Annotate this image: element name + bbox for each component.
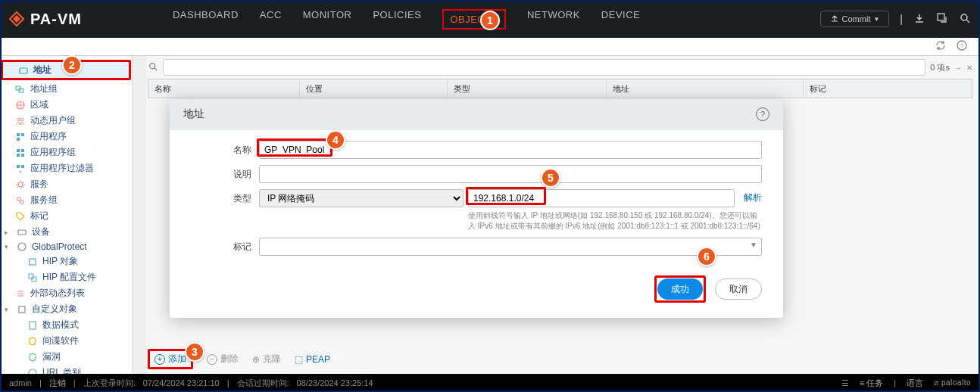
- ip-input[interactable]: [468, 189, 735, 207]
- modal-footer: 成功 取消: [170, 265, 783, 304]
- filter-icon: [15, 163, 26, 174]
- data-pattern-icon: [27, 320, 38, 331]
- app-group-icon: [15, 148, 26, 158]
- minus-icon: −: [207, 354, 217, 365]
- svg-rect-16: [21, 154, 24, 157]
- nav-policies[interactable]: POLICIES: [373, 9, 421, 30]
- sidebar-item-device[interactable]: ▸设备: [0, 224, 132, 240]
- badge-1: 1: [480, 11, 500, 30]
- commit-label: Commit: [842, 14, 871, 23]
- badge-4: 4: [326, 130, 345, 150]
- col-address[interactable]: 地址: [607, 79, 804, 98]
- nav-device[interactable]: DEVICE: [601, 9, 640, 30]
- svg-rect-10: [17, 133, 20, 136]
- export-icon[interactable]: [936, 12, 948, 26]
- sidebar-item-tag[interactable]: 标记: [0, 208, 132, 224]
- svg-rect-15: [17, 154, 20, 157]
- list-icon: [15, 288, 26, 299]
- bottom-actions: +添加 −删除 ⊕克隆 ⬚PEAP: [148, 349, 330, 369]
- chevron-down-icon-tag[interactable]: ▼: [750, 241, 757, 249]
- sidebar-address-label: 地址: [33, 64, 51, 76]
- svg-point-21: [20, 200, 24, 204]
- download-icon[interactable]: [913, 12, 925, 26]
- sidebar-item-dyn-user-group[interactable]: 动态用户组: [0, 113, 132, 129]
- sidebar-item-data-pattern[interactable]: 数据模式: [0, 317, 132, 333]
- peap-button[interactable]: ⬚PEAP: [295, 354, 330, 365]
- ok-button[interactable]: 成功: [657, 278, 703, 300]
- sidebar-item-hip-object[interactable]: HIP 对象: [0, 254, 132, 269]
- cancel-button[interactable]: 取消: [715, 278, 762, 300]
- chevron-icon: ▸: [5, 229, 12, 236]
- search-icon[interactable]: [959, 12, 971, 26]
- logout-link[interactable]: 注销: [49, 378, 66, 389]
- sidebar-item-address-group[interactable]: 地址组: [0, 81, 132, 97]
- scrollbar[interactable]: [133, 56, 146, 374]
- sidebar-item-custom-object[interactable]: ▾自定义对象: [0, 301, 132, 317]
- globe-icon: [15, 100, 26, 110]
- paloalto-logo: ⧄ paloalto: [934, 378, 971, 387]
- svg-point-23: [18, 243, 26, 250]
- clone-button[interactable]: ⊕克隆: [252, 353, 281, 366]
- sidebar-item-globalprotect[interactable]: ▾GlobalProtect: [0, 240, 132, 254]
- svg-rect-28: [30, 322, 36, 329]
- badge-2: 2: [62, 55, 82, 75]
- refresh-toolbar: ?: [0, 38, 980, 56]
- nav-dashboard[interactable]: DASHBOARD: [173, 9, 239, 30]
- delete-button[interactable]: −删除: [207, 353, 239, 366]
- nav-acc[interactable]: ACC: [260, 9, 282, 30]
- divider: |: [900, 13, 903, 25]
- svg-rect-18: [21, 165, 24, 168]
- sidebar-item-region[interactable]: 区域: [0, 97, 132, 113]
- refresh-icon[interactable]: [935, 39, 947, 54]
- alert-icon[interactable]: ☰: [841, 378, 849, 388]
- svg-text:?: ?: [960, 42, 964, 49]
- nav-monitor[interactable]: MONITOR: [303, 9, 352, 30]
- search-row: 0 项s → ✕: [148, 59, 972, 76]
- nav-network[interactable]: NETWORK: [527, 9, 580, 30]
- topbar-right: Commit ▼ |: [820, 11, 971, 27]
- badge-6: 6: [697, 247, 716, 266]
- sidebar-item-application-filter[interactable]: 应用程序过滤器: [0, 160, 132, 176]
- resolve-link[interactable]: 解析: [744, 191, 762, 204]
- label-desc: 说明: [191, 165, 259, 181]
- modal-header: 地址 ?: [170, 98, 783, 130]
- desc-input[interactable]: [259, 165, 762, 183]
- prev-page-icon[interactable]: →: [954, 64, 962, 72]
- users-icon: [15, 116, 26, 126]
- help-toolbar-icon[interactable]: ?: [956, 39, 968, 54]
- help-icon[interactable]: ?: [756, 107, 769, 121]
- address-group-icon: [15, 84, 26, 95]
- sidebar-item-hip-profile[interactable]: HIP 配置文件: [0, 269, 132, 285]
- tag-input[interactable]: [259, 238, 762, 256]
- app-logo: PA-VM: [9, 11, 82, 28]
- lang-link[interactable]: 语言: [907, 378, 923, 389]
- sidebar-item-application-group[interactable]: 应用程序组: [0, 145, 132, 160]
- col-type[interactable]: 类型: [448, 79, 607, 98]
- sidebar-item-service[interactable]: 服务: [0, 176, 132, 192]
- item-count: 0 项s: [930, 62, 950, 73]
- label-name: 名称: [191, 141, 259, 157]
- sidebar-item-url-category[interactable]: URL 类别: [0, 365, 132, 374]
- vuln-icon: [27, 352, 38, 362]
- sidebar-item-application[interactable]: 应用程序: [0, 129, 132, 145]
- col-tag[interactable]: 标记: [804, 79, 972, 98]
- col-name[interactable]: 名称: [148, 79, 300, 98]
- tasks-link[interactable]: ≡任务: [860, 378, 883, 389]
- svg-rect-11: [21, 133, 24, 136]
- svg-point-19: [18, 182, 23, 187]
- svg-point-1: [961, 14, 967, 20]
- commit-button[interactable]: Commit ▼: [820, 11, 890, 27]
- sidebar-item-vulnerability[interactable]: 漏洞: [0, 349, 132, 365]
- svg-rect-12: [17, 138, 20, 141]
- svg-rect-13: [17, 149, 20, 152]
- col-location[interactable]: 位置: [300, 79, 448, 98]
- sidebar-item-spyware[interactable]: 间谍软件: [0, 333, 132, 349]
- type-select[interactable]: IP 网络掩码: [259, 189, 463, 207]
- close-search-icon[interactable]: ✕: [966, 64, 972, 72]
- search-input[interactable]: [163, 59, 925, 76]
- badge-5: 5: [541, 168, 560, 188]
- sidebar-item-service-group[interactable]: 服务组: [0, 192, 132, 208]
- search-icon-content: [148, 61, 158, 74]
- address-icon: [18, 65, 29, 76]
- sidebar-item-external-list[interactable]: 外部动态列表: [0, 285, 132, 301]
